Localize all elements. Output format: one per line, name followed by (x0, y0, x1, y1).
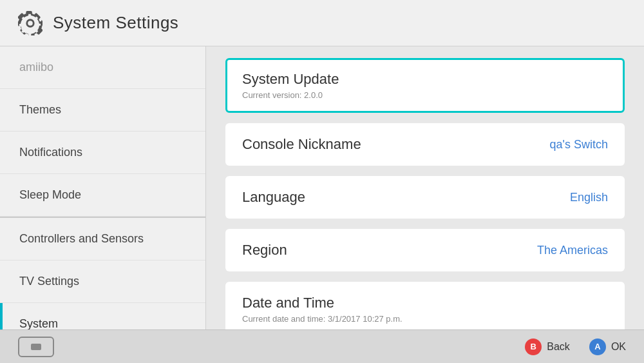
main-layout: amiiboThemesNotificationsSleep ModeContr… (0, 46, 644, 338)
content-item-console-nickname[interactable]: Console Nicknameqa's Switch (225, 123, 625, 166)
home-button-area (18, 337, 54, 357)
ok-button[interactable]: A OK (589, 338, 626, 355)
content-item-subtitle-date-and-time: Current date and time: 3/1/2017 10:27 p.… (242, 314, 608, 324)
sidebar-item-sleep-mode[interactable]: Sleep Mode (0, 174, 205, 217)
back-button[interactable]: B Back (525, 338, 570, 355)
content-item-title-system-update: System Update (242, 71, 608, 88)
home-button[interactable] (18, 337, 54, 357)
home-button-icon (31, 344, 41, 350)
content-item-region[interactable]: RegionThe Americas (225, 229, 625, 271)
header: System Settings (0, 0, 644, 46)
content-item-value-region: The Americas (537, 244, 608, 257)
sidebar-item-amiibo[interactable]: amiibo (0, 46, 205, 89)
content-item-value-console-nickname: qa's Switch (550, 138, 608, 152)
content-item-system-update[interactable]: System UpdateCurrent version: 2.0.0 (225, 58, 625, 113)
page-title: System Settings (53, 13, 178, 33)
a-button-icon: A (589, 338, 606, 355)
content-panel: System UpdateCurrent version: 2.0.0Conso… (206, 46, 644, 338)
sidebar: amiiboThemesNotificationsSleep ModeContr… (0, 46, 206, 338)
content-item-language[interactable]: LanguageEnglish (225, 176, 625, 219)
ok-label: OK (611, 341, 626, 353)
content-item-date-and-time[interactable]: Date and TimeCurrent date and time: 3/1/… (225, 282, 625, 337)
content-item-title-language: Language (242, 189, 608, 206)
footer: B Back A OK (0, 329, 644, 363)
content-item-title-date-and-time: Date and Time (242, 295, 608, 311)
b-button-icon: B (525, 338, 542, 355)
content-item-value-language: English (570, 191, 608, 204)
sidebar-item-themes[interactable]: Themes (0, 89, 205, 132)
back-label: Back (547, 341, 570, 353)
sidebar-item-notifications[interactable]: Notifications (0, 132, 205, 174)
gear-icon (18, 11, 43, 35)
sidebar-item-tv-settings[interactable]: TV Settings (0, 260, 205, 303)
sidebar-item-controllers-and-sensors[interactable]: Controllers and Sensors (0, 217, 205, 260)
content-item-subtitle-system-update: Current version: 2.0.0 (242, 90, 608, 100)
